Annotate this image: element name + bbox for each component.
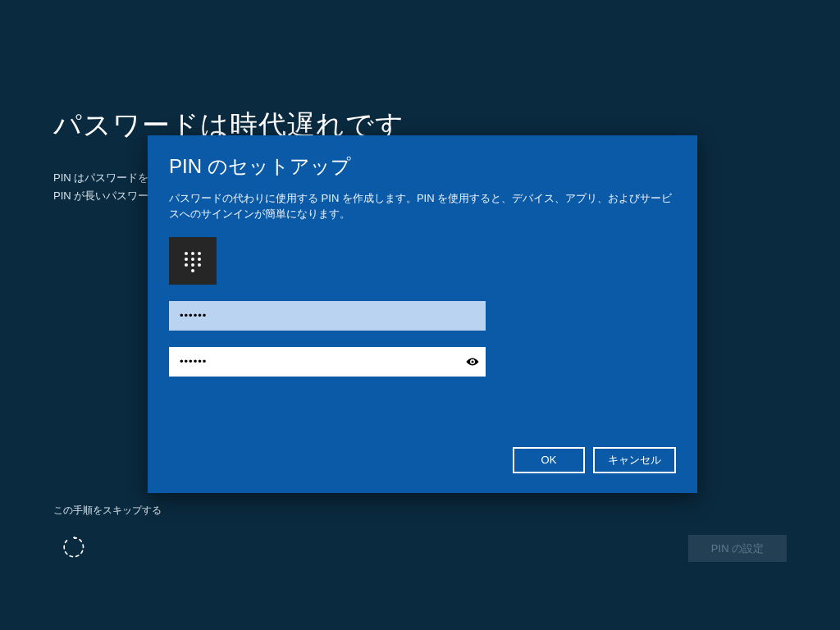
- loading-spinner-icon: [62, 535, 86, 559]
- skip-step-link[interactable]: この手順をスキップする: [53, 504, 162, 518]
- svg-point-4: [191, 258, 194, 261]
- windows-setup-pin-page: パスワードは時代遅れです PIN はパスワードを PIN が長いパスワー この手…: [0, 0, 840, 630]
- svg-point-5: [198, 258, 201, 261]
- pin-input-row: [169, 301, 676, 331]
- pin-set-button: PIN の設定: [688, 535, 787, 562]
- pin-setup-dialog: PIN のセットアップ パスワードの代わりに使用する PIN を作成します。PI…: [148, 135, 697, 493]
- pin-confirm-row: [169, 347, 676, 377]
- svg-point-10: [472, 360, 474, 363]
- pin-confirm-input[interactable]: [169, 347, 486, 377]
- svg-point-1: [191, 252, 194, 255]
- svg-point-3: [185, 258, 188, 261]
- cancel-button[interactable]: キャンセル: [593, 447, 676, 473]
- ok-button[interactable]: OK: [513, 447, 585, 473]
- svg-point-8: [198, 263, 201, 267]
- svg-point-6: [185, 263, 188, 267]
- dialog-title: PIN のセットアップ: [169, 153, 676, 180]
- dialog-description: パスワードの代わりに使用する PIN を作成します。PIN を使用すると、デバイ…: [169, 191, 676, 222]
- svg-point-0: [185, 252, 188, 255]
- keypad-icon: [169, 237, 217, 285]
- pin-input[interactable]: [169, 301, 486, 331]
- dialog-button-row: OK キャンセル: [169, 447, 676, 473]
- svg-point-9: [191, 269, 194, 272]
- reveal-password-icon[interactable]: [459, 347, 486, 377]
- svg-point-7: [191, 263, 194, 267]
- svg-point-2: [198, 252, 201, 255]
